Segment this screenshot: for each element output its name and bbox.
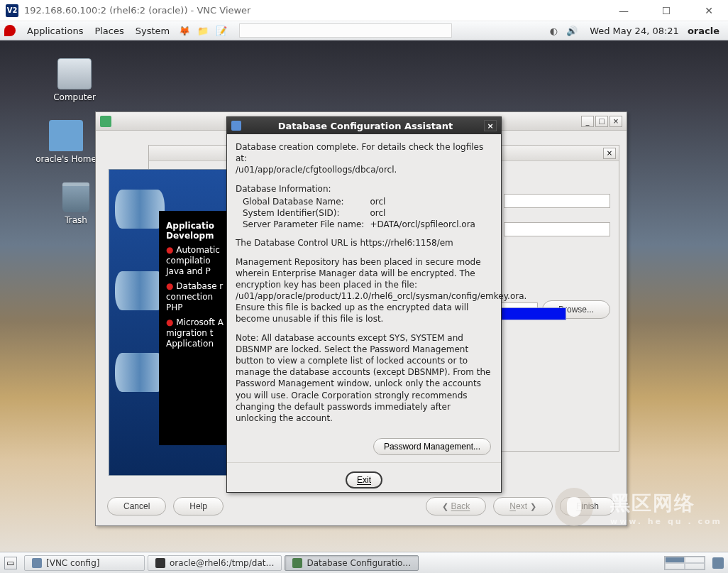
modal-close-button[interactable]: ×	[484, 120, 497, 131]
menu-applications[interactable]: Applications	[21, 26, 89, 36]
cancel-button[interactable]: Cancel	[107, 497, 166, 515]
taskbar-item-terminal[interactable]: oracle@rhel6:/tmp/dat…	[148, 555, 282, 571]
volume-icon[interactable]: 🔊	[566, 24, 578, 37]
desktop-icon-computer[interactable]: Computer	[43, 58, 106, 102]
vnc-maximize-button[interactable]: ☐	[653, 5, 680, 16]
modal-titlebar[interactable]: Database Configuration Assistant ×	[227, 117, 501, 134]
dbca-close-button[interactable]: ×	[610, 116, 622, 127]
trash-icon	[62, 182, 89, 212]
modal-app-icon	[231, 121, 241, 131]
info-row: Global Database Name:orcl	[243, 196, 481, 207]
subwindow-field-2[interactable]	[504, 222, 610, 236]
file-manager-launcher-icon[interactable]: 📁	[197, 24, 209, 37]
dbca-completion-dialog: Database Configuration Assistant × Datab…	[226, 116, 502, 493]
exit-button[interactable]: Exit	[346, 471, 382, 489]
vnc-window-title: 192.168.60.100:2 (rhel6:2 (oracle)) - VN…	[24, 5, 610, 16]
database-cylinder-icon	[115, 190, 165, 229]
dbca-app-icon	[100, 116, 111, 127]
firefox-launcher-icon[interactable]: 🦊	[178, 24, 191, 37]
dbca-taskbar-icon	[292, 558, 302, 568]
vnc-close-button[interactable]: ✕	[695, 5, 722, 16]
watermark-logo-icon	[555, 488, 593, 526]
taskbar-item-vncconfig[interactable]: [VNC config]	[24, 555, 145, 571]
back-button[interactable]: Back	[426, 497, 487, 515]
dbca-minimize-button[interactable]: _	[581, 116, 594, 127]
logfiles-path: /u01/app/oracle/cfgtoollogs/dbca/orcl.	[236, 165, 397, 175]
database-cylinder-icon	[115, 271, 165, 310]
menu-places[interactable]: Places	[89, 26, 129, 36]
creation-complete-text: Database creation complete. For details …	[236, 142, 483, 163]
gnome-bottom-panel: ▭ [VNC config] oracle@rhel6:/tmp/dat… Da…	[0, 552, 728, 573]
help-button[interactable]: Help	[173, 497, 224, 515]
password-management-button[interactable]: Password Management...	[373, 438, 491, 455]
subwindow-close-button[interactable]: ×	[603, 148, 616, 159]
dbca-maximize-button[interactable]: □	[595, 116, 608, 127]
gnome-top-panel: Applications Places System 🦊 📁 📝 ◐ 🔊 Wed…	[0, 21, 728, 40]
next-button[interactable]: Next	[493, 497, 553, 515]
watermark-text: 黑区网络 www. he qu . com	[610, 490, 722, 526]
accounts-note-text: Note: All database accounts except SYS, …	[236, 332, 492, 425]
dbca-window: Database C tions _ □ × ×	[95, 111, 627, 526]
database-cylinder-icon	[115, 353, 165, 392]
subwindow-field-1[interactable]	[504, 194, 610, 208]
panel-url-bar[interactable]	[239, 23, 452, 38]
user-menu[interactable]: oracle	[688, 26, 719, 36]
vnc-minimize-button[interactable]: —	[610, 5, 637, 16]
clock[interactable]: Wed May 24, 08:21	[590, 26, 679, 36]
computer-icon	[57, 58, 92, 89]
taskbar-item-dbca[interactable]: Database Configuratio…	[285, 555, 419, 571]
modal-body: Database creation complete. For details …	[227, 134, 501, 435]
cpu-meter-icon[interactable]: ◐	[547, 24, 560, 37]
db-info-table: Global Database Name:orcl System Identif…	[243, 196, 481, 231]
notes-launcher-icon[interactable]: 📝	[215, 24, 228, 37]
desktop-icon-label: Computer	[43, 92, 106, 102]
terminal-icon	[155, 558, 165, 568]
modal-title: Database Configuration Assistant	[247, 121, 484, 131]
vnc-logo-icon: V2	[6, 4, 18, 17]
info-row: System Identifier(SID):orcl	[243, 207, 481, 219]
desktop-icon-home[interactable]: oracle's Home	[34, 120, 98, 164]
redhat-logo-icon[interactable]	[4, 25, 16, 36]
menu-system[interactable]: System	[130, 26, 175, 36]
desktop: Computer oracle's Home Trash Database C …	[0, 40, 728, 552]
taskbar-app-icon	[32, 558, 42, 568]
desktop-icon-label: oracle's Home	[34, 154, 98, 164]
db-info-label: Database Information:	[236, 183, 492, 195]
workspace-switcher[interactable]	[664, 556, 705, 570]
dbca-wizard-buttons: Cancel Help Back Next Finish	[96, 497, 627, 515]
home-folder-icon	[49, 120, 83, 151]
vnc-titlebar: V2 192.168.60.100:2 (rhel6:2 (oracle)) -…	[0, 0, 728, 21]
mgmt-repo-text: Management Repository has been placed in…	[236, 256, 492, 325]
show-desktop-button[interactable]: ▭	[4, 557, 17, 569]
db-control-url: The Database Control URL is https://rhel…	[236, 237, 492, 249]
info-row: Server Parameter File name:+DATA/orcl/sp…	[243, 219, 481, 230]
tray-overflow-icon[interactable]	[712, 557, 724, 569]
